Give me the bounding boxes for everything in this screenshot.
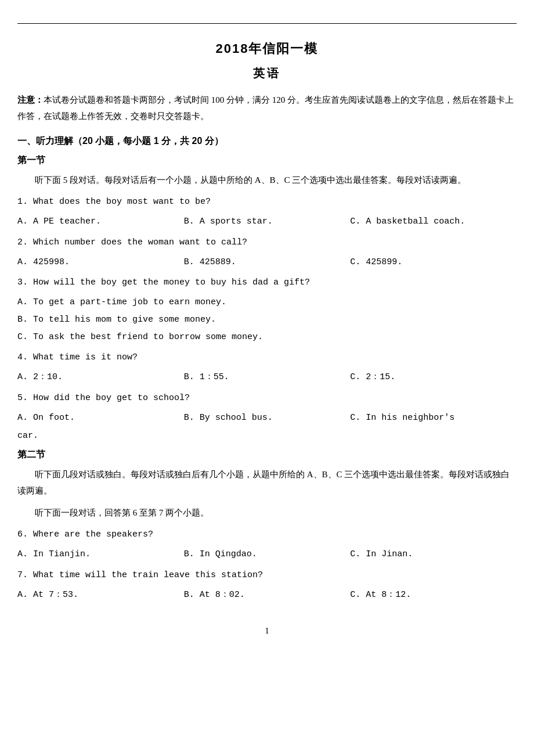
q3-option-b: B. To tell his mom to give some money. <box>17 312 517 328</box>
subsection1-instruction: 听下面 5 段对话。每段对话后有一个小题，从题中所给的 A、B、C 三个选项中选… <box>17 172 517 189</box>
q1-options: A. A PE teacher. B. A sports star. C. A … <box>17 214 517 230</box>
q7-option-a: A. At 7：53. <box>17 587 184 603</box>
subsection2-instruction2: 听下面一段对话，回答第 6 至第 7 两个小题。 <box>17 505 517 521</box>
q7-options: A. At 7：53. B. At 8：02. C. At 8：12. <box>17 587 517 603</box>
main-title: 2018年信阳一模 <box>17 40 517 57</box>
q3-option-c: C. To ask the best friend to borrow some… <box>17 329 517 345</box>
q5-option-a: A. On foot. <box>17 410 184 426</box>
section1-title: 一、听力理解（20 小题，每小题 1 分，共 20 分） <box>17 135 517 147</box>
q5-options: A. On foot. B. By school bus. C. In his … <box>17 410 517 426</box>
q5-option-c: C. In his neighbor's <box>350 410 517 426</box>
q1-option-a: A. A PE teacher. <box>17 214 184 230</box>
q3-option-a: A. To get a part-time job to earn money. <box>17 294 517 311</box>
q2-option-a: A. 425998. <box>17 254 184 271</box>
question-2: 2. Which number does the woman want to c… <box>17 235 517 251</box>
subsection2-title: 第二节 <box>17 449 517 461</box>
question-6: 6. Where are the speakers? <box>17 527 517 543</box>
question-4: 4. What time is it now? <box>17 350 517 366</box>
subsection1-title: 第一节 <box>17 154 517 167</box>
q4-options: A. 2：10. B. 1：55. C. 2：15. <box>17 369 517 386</box>
q6-option-a: A. In Tianjin. <box>17 546 184 563</box>
question-5: 5. How did the boy get to school? <box>17 390 517 406</box>
q6-options: A. In Tianjin. B. In Qingdao. C. In Jina… <box>17 546 517 563</box>
q4-option-c: C. 2：15. <box>350 369 517 386</box>
q6-option-b: B. In Qingdao. <box>184 546 351 563</box>
q2-option-b: B. 425889. <box>184 254 351 271</box>
page-container: 2018年信阳一模 英语 注意：本试卷分试题卷和答题卡两部分，考试时间 100 … <box>17 0 517 671</box>
q2-option-c: C. 425899. <box>350 254 517 271</box>
notice-text: 本试卷分试题卷和答题卡两部分，考试时间 100 分钟，满分 120 分。考生应首… <box>17 95 514 121</box>
sub-title: 英语 <box>17 66 517 81</box>
question-3: 3. How will the boy get the money to buy… <box>17 275 517 291</box>
notice-block: 注意：本试卷分试题卷和答题卡两部分，考试时间 100 分钟，满分 120 分。考… <box>17 92 517 125</box>
q5-option-b: B. By school bus. <box>184 410 351 426</box>
question-7: 7. What time will the train leave this s… <box>17 567 517 584</box>
q4-option-a: A. 2：10. <box>17 369 184 386</box>
q5-option-c-cont: car. <box>17 428 517 444</box>
notice-label: 注意： <box>17 95 44 105</box>
q4-option-b: B. 1：55. <box>184 369 351 386</box>
q1-option-b: B. A sports star. <box>184 214 351 230</box>
q2-options: A. 425998. B. 425889. C. 425899. <box>17 254 517 271</box>
q7-option-b: B. At 8：02. <box>184 587 351 603</box>
question-1: 1. What does the boy most want to be? <box>17 194 517 210</box>
q7-option-c: C. At 8：12. <box>350 587 517 603</box>
q1-option-c: C. A basketball coach. <box>350 214 517 230</box>
top-divider <box>17 23 517 24</box>
q1-number: 1. What does the boy most want to be? <box>17 197 211 207</box>
q6-option-c: C. In Jinan. <box>350 546 517 563</box>
subsection2-instruction1: 听下面几段对话或独白。每段对话或独白后有几个小题，从题中所给的 A、B、C 三个… <box>17 467 517 499</box>
page-number: 1 <box>17 626 517 636</box>
